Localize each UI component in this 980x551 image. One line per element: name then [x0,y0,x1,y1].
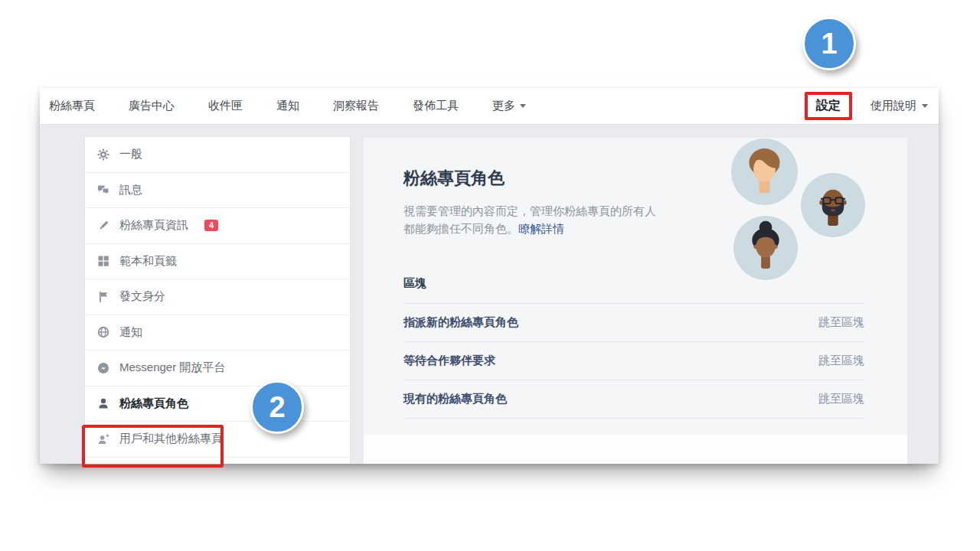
section-row-assign-role: 指派新的粉絲專頁角色 跳至區塊 [403,303,864,341]
person-add-icon [97,433,109,445]
sidebar-item-label: 粉絲專頁資訊 [119,218,188,233]
sidebar-item-people-other-pages[interactable]: 用戶和其他粉絲專頁 [85,422,350,458]
sidebar-item-templates-tabs[interactable]: 範本和頁籤 [85,244,350,280]
chevron-down-icon [922,104,928,108]
section-list: 指派新的粉絲專頁角色 跳至區塊 等待合作夥伴要求 跳至區塊 現有的粉絲專頁角色 … [403,303,864,419]
page-description: 視需要管理的內容而定，管理你粉絲專頁的所有人 都能夠擔任不同角色。瞭解詳情 [403,202,748,238]
description-line2: 都能夠擔任不同角色。 [403,222,518,235]
sidebar-item-page-roles[interactable]: 粉絲專頁角色 [85,386,350,422]
nav-tab-ad-center[interactable]: 廣告中心 [129,99,175,113]
nav-tab-more[interactable]: 更多 [492,99,526,113]
sidebar-item-label: 用戶和其他粉絲專頁 [119,432,223,446]
section-row-pending-partner: 等待合作夥伴要求 跳至區塊 [403,341,864,380]
grid-icon [97,255,109,267]
sidebar-item-general[interactable]: 一般 [85,137,350,173]
learn-more-link[interactable]: 瞭解詳情 [518,222,564,235]
sidebar-item-messaging[interactable]: 訊息 [85,173,350,209]
top-nav-right: 設定 使用說明 [805,92,928,120]
help-menu[interactable]: 使用說明 [871,99,928,113]
section-row-existing-roles: 現有的粉絲專頁角色 跳至區塊 [403,380,864,419]
facebook-page-settings-window: 粉絲專頁 廣告中心 收件匣 通知 洞察報告 發佈工具 更多 設定 使用說明 [40,88,939,464]
sidebar-item-post-attribution[interactable]: 發文身分 [85,279,350,315]
gear-icon [97,148,109,161]
top-nav: 粉絲專頁 廣告中心 收件匣 通知 洞察報告 發佈工具 更多 設定 使用說明 [40,88,939,125]
sidebar-item-label: 範本和頁籤 [119,254,177,269]
jump-to-section-link[interactable]: 跳至區塊 [818,392,864,406]
notification-badge: 4 [204,220,218,231]
person-icon [97,397,109,409]
pencil-icon [97,220,109,232]
jump-to-section-link[interactable]: 跳至區塊 [818,315,864,330]
nav-tab-insights[interactable]: 洞察報告 [333,99,379,113]
sidebar-item-label: 發文身分 [119,289,165,304]
sidebar-item-notifications[interactable]: 通知 [85,315,350,351]
page-roles-panel: 粉絲專頁角色 視需要管理的內容而定，管理你粉絲專頁的所有人 都能夠擔任不同角色。… [364,138,907,435]
globe-icon [97,326,109,338]
sidebar-item-messenger-platform[interactable]: Messenger 開放平台 [85,350,350,386]
messenger-icon [97,362,109,374]
sidebar-item-label: Messenger 開放平台 [119,360,225,375]
annotation-step-2: 2 [250,380,304,434]
next-section-block [364,435,907,464]
flag-icon [97,291,109,303]
avatar-man-glasses [801,173,865,237]
help-menu-label: 使用說明 [871,99,916,113]
sidebar-item-label: 一般 [119,147,142,161]
section-row-label: 等待合作夥伴要求 [403,354,495,368]
nav-tab-notifications[interactable]: 通知 [276,99,299,113]
annotation-step-1: 1 [802,17,856,70]
sidebar-item-label: 粉絲專頁角色 [119,396,188,411]
chevron-down-icon [520,104,526,108]
jump-to-section-link[interactable]: 跳至區塊 [818,354,864,368]
sidebar-item-page-info[interactable]: 粉絲專頁資訊 4 [85,208,350,244]
chat-icon [97,184,109,196]
settings-sidebar: 一般 訊息 粉絲專頁資訊 4 [84,136,351,464]
nav-tab-publishing-tools[interactable]: 發佈工具 [413,99,459,113]
section-row-label: 指派新的粉絲專頁角色 [403,315,518,330]
sidebar-item-label: 通知 [119,325,142,340]
settings-body: 一般 訊息 粉絲專頁資訊 4 [40,125,939,464]
top-nav-tabs: 粉絲專頁 廣告中心 收件匣 通知 洞察報告 發佈工具 更多 [49,99,526,113]
nav-tab-more-label: 更多 [492,99,515,113]
nav-tab-page[interactable]: 粉絲專頁 [49,99,95,113]
description-line1: 視需要管理的內容而定，管理你粉絲專頁的所有人 [403,204,656,217]
avatar-woman-bun [733,216,798,280]
avatar-woman-light [731,139,798,205]
settings-tab[interactable]: 設定 [805,92,852,120]
section-row-label: 現有的粉絲專頁角色 [403,392,507,406]
nav-tab-inbox[interactable]: 收件匣 [208,99,243,113]
sidebar-item-label: 訊息 [119,183,142,197]
